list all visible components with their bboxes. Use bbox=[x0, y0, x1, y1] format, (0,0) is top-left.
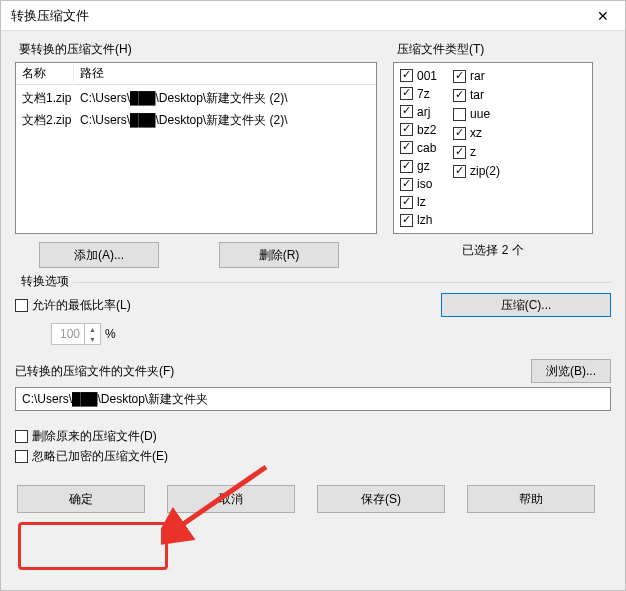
files-group-label: 要转换的压缩文件(H) bbox=[19, 41, 377, 58]
type-label: 001 bbox=[417, 69, 437, 83]
type-checkbox-gz[interactable]: gz bbox=[400, 158, 437, 175]
file-name: 文档2.zip bbox=[16, 112, 74, 129]
save-button[interactable]: 保存(S) bbox=[317, 485, 445, 513]
type-checkbox-lz[interactable]: lz bbox=[400, 194, 437, 211]
min-ratio-spinner[interactable]: 100 ▲ ▼ bbox=[51, 323, 101, 345]
type-checkbox-7z[interactable]: 7z bbox=[400, 85, 437, 102]
file-name: 文档1.zip bbox=[16, 90, 74, 107]
files-listview[interactable]: 名称 路径 文档1.zip C:\Users\███\Desktop\新建文件夹… bbox=[15, 62, 377, 234]
checkbox-icon bbox=[400, 141, 413, 154]
ok-button[interactable]: 确定 bbox=[17, 485, 145, 513]
ignore-encrypted-checkbox[interactable]: 忽略已加密的压缩文件(E) bbox=[15, 447, 611, 465]
type-checkbox-arj[interactable]: arj bbox=[400, 103, 437, 120]
types-listbox: 0017zarjbz2cabgzisolzlzh rartaruuexzzzip… bbox=[393, 62, 593, 234]
type-checkbox-xz[interactable]: xz bbox=[453, 124, 500, 142]
checkbox-icon bbox=[453, 108, 466, 121]
checkbox-icon bbox=[400, 105, 413, 118]
type-checkbox-cab[interactable]: cab bbox=[400, 139, 437, 156]
type-checkbox-z[interactable]: z bbox=[453, 143, 500, 161]
delete-original-label: 删除原来的压缩文件(D) bbox=[32, 428, 157, 445]
type-label: lzh bbox=[417, 213, 432, 227]
options-group-label: 转换选项 bbox=[17, 273, 73, 290]
allow-min-ratio-label: 允许的最低比率(L) bbox=[32, 297, 131, 314]
compress-button[interactable]: 压缩(C)... bbox=[441, 293, 611, 317]
type-checkbox-iso[interactable]: iso bbox=[400, 176, 437, 193]
checkbox-icon bbox=[400, 196, 413, 209]
spinner-down-icon[interactable]: ▼ bbox=[85, 334, 100, 344]
type-label: tar bbox=[470, 88, 484, 102]
close-icon[interactable]: ✕ bbox=[580, 1, 625, 31]
list-item[interactable]: 文档2.zip C:\Users\███\Desktop\新建文件夹 (2)\ bbox=[16, 109, 376, 131]
add-button[interactable]: 添加(A)... bbox=[39, 242, 159, 268]
type-checkbox-001[interactable]: 001 bbox=[400, 67, 437, 84]
type-checkbox-tar[interactable]: tar bbox=[453, 86, 500, 104]
type-label: arj bbox=[417, 105, 430, 119]
output-folder-input[interactable]: C:\Users\███\Desktop\新建文件夹 bbox=[15, 387, 611, 411]
checkbox-icon bbox=[400, 69, 413, 82]
list-item[interactable]: 文档1.zip C:\Users\███\Desktop\新建文件夹 (2)\ bbox=[16, 87, 376, 109]
type-label: lz bbox=[417, 195, 426, 209]
col-header-path[interactable]: 路径 bbox=[74, 65, 376, 82]
help-button[interactable]: 帮助 bbox=[467, 485, 595, 513]
remove-button[interactable]: 删除(R) bbox=[219, 242, 339, 268]
checkbox-icon bbox=[400, 160, 413, 173]
type-label: z bbox=[470, 145, 476, 159]
checkbox-icon bbox=[400, 123, 413, 136]
type-label: iso bbox=[417, 177, 432, 191]
type-label: gz bbox=[417, 159, 430, 173]
allow-min-ratio-checkbox[interactable]: 允许的最低比率(L) bbox=[15, 296, 131, 314]
selected-count-label: 已选择 2 个 bbox=[393, 242, 593, 259]
browse-button[interactable]: 浏览(B)... bbox=[531, 359, 611, 383]
delete-original-checkbox[interactable]: 删除原来的压缩文件(D) bbox=[15, 427, 611, 445]
type-checkbox-uue[interactable]: uue bbox=[453, 105, 500, 123]
type-label: bz2 bbox=[417, 123, 436, 137]
type-label: cab bbox=[417, 141, 436, 155]
type-checkbox-bz2[interactable]: bz2 bbox=[400, 121, 437, 138]
checkbox-icon bbox=[400, 87, 413, 100]
type-checkbox-zip(2)[interactable]: zip(2) bbox=[453, 162, 500, 180]
type-label: uue bbox=[470, 107, 490, 121]
type-label: rar bbox=[470, 69, 485, 83]
types-group-label: 压缩文件类型(T) bbox=[397, 41, 593, 58]
checkbox-icon bbox=[453, 70, 466, 83]
window-title: 转换压缩文件 bbox=[11, 7, 89, 25]
checkbox-icon bbox=[453, 89, 466, 102]
checkbox-icon bbox=[400, 214, 413, 227]
type-checkbox-rar[interactable]: rar bbox=[453, 67, 500, 85]
file-path: C:\Users\███\Desktop\新建文件夹 (2)\ bbox=[74, 90, 376, 107]
annotation-highlight bbox=[18, 522, 168, 570]
percent-label: % bbox=[105, 327, 116, 341]
checkbox-icon bbox=[400, 178, 413, 191]
type-label: xz bbox=[470, 126, 482, 140]
col-header-name[interactable]: 名称 bbox=[16, 65, 74, 82]
type-checkbox-lzh[interactable]: lzh bbox=[400, 212, 437, 229]
checkbox-icon bbox=[453, 127, 466, 140]
ignore-encrypted-label: 忽略已加密的压缩文件(E) bbox=[32, 448, 168, 465]
spinner-up-icon[interactable]: ▲ bbox=[85, 324, 100, 334]
type-label: 7z bbox=[417, 87, 430, 101]
type-label: zip(2) bbox=[470, 164, 500, 178]
output-folder-value: C:\Users\███\Desktop\新建文件夹 bbox=[22, 391, 208, 408]
checkbox-icon bbox=[453, 146, 466, 159]
min-ratio-value: 100 bbox=[52, 327, 84, 341]
cancel-button[interactable]: 取消 bbox=[167, 485, 295, 513]
folder-label: 已转换的压缩文件的文件夹(F) bbox=[15, 363, 174, 380]
file-path: C:\Users\███\Desktop\新建文件夹 (2)\ bbox=[74, 112, 376, 129]
checkbox-icon bbox=[453, 165, 466, 178]
